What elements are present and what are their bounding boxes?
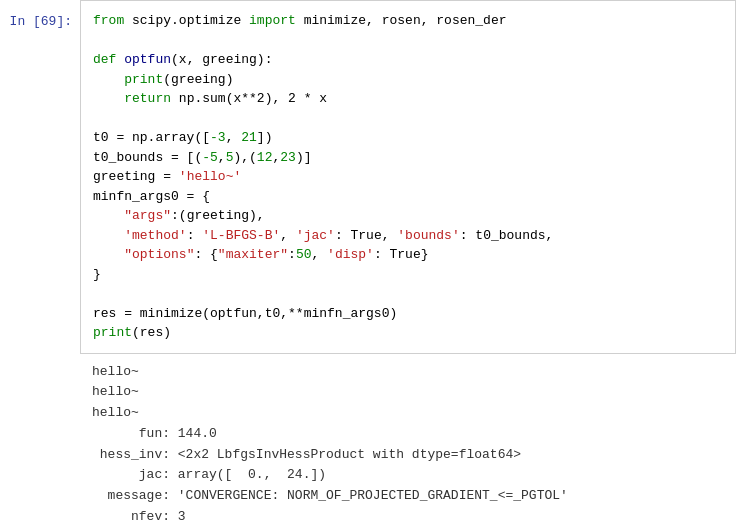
output-cell: hello~ hello~ hello~ fun: 144.0 hess_inv… — [0, 354, 736, 528]
cell-label-text: In [69]: — [10, 14, 72, 29]
input-cell: In [69]: from scipy.optimize import mini… — [0, 0, 736, 354]
cell-label: In [69]: — [0, 0, 80, 354]
cell-code[interactable]: from scipy.optimize import minimize, ros… — [80, 0, 736, 354]
code-block: from scipy.optimize import minimize, ros… — [93, 11, 723, 343]
output-text: hello~ hello~ hello~ fun: 144.0 hess_inv… — [80, 354, 736, 528]
output-label — [0, 354, 80, 528]
notebook-container: In [69]: from scipy.optimize import mini… — [0, 0, 736, 527]
output-block: hello~ hello~ hello~ fun: 144.0 hess_inv… — [92, 362, 724, 528]
